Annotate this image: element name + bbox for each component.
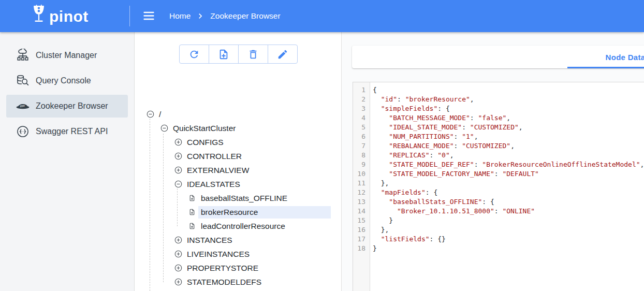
line-number: 13	[353, 197, 370, 207]
tree-node-label: baseballStats_OFFLINE	[198, 192, 331, 205]
pinot-wine-glass-icon	[31, 5, 47, 28]
code-line: "mapFields": {	[373, 188, 644, 197]
tree-node-propertystore[interactable]: PROPERTYSTORE	[135, 261, 331, 275]
expand-circle-icon[interactable]	[174, 278, 182, 286]
add-node-button[interactable]	[209, 45, 239, 64]
tree-node-statemodeldefs[interactable]: STATEMODELDEFS	[135, 275, 331, 289]
file-icon	[188, 194, 196, 202]
expand-circle-icon[interactable]	[174, 166, 182, 174]
tree-node-label: leadControllerResource	[198, 220, 331, 232]
collapse-circle-icon[interactable]	[174, 180, 182, 188]
edit-node-button[interactable]	[268, 45, 298, 64]
tree-node-externalview[interactable]: EXTERNALVIEW	[135, 163, 331, 177]
zookeeper-icon: ZOO	[16, 101, 30, 111]
tree-node-label: QuickStartCluster	[170, 122, 331, 135]
line-number: 11	[353, 179, 370, 188]
code-line: "simpleFields": {	[373, 104, 644, 113]
sidebar-item-swagger-rest-api[interactable]: Swagger REST API	[6, 120, 128, 143]
code-line: "NUM_PARTITIONS": "1",	[373, 132, 644, 141]
add-file-icon	[218, 49, 229, 60]
breadcrumb: Home Zookeeper Browser	[169, 0, 281, 32]
line-number: 12	[353, 188, 370, 197]
code-line: "id": "brokerResource",	[373, 95, 644, 104]
sidebar-item-label: Zookeeper Browser	[36, 101, 108, 111]
line-number: 8	[353, 151, 370, 160]
tree-node-zookeeper[interactable]: zookeeper	[135, 289, 331, 291]
line-number: 2	[353, 95, 370, 104]
line-number: 10	[353, 169, 370, 179]
sidebar-item-label: Cluster Manager	[36, 51, 97, 60]
expand-circle-icon[interactable]	[174, 264, 182, 272]
menu-icon[interactable]	[142, 9, 156, 24]
tree-node-baseballstats-offline[interactable]: baseballStats_OFFLINE	[135, 191, 331, 205]
expand-circle-icon[interactable]	[174, 152, 182, 160]
tree-node-controller[interactable]: CONTROLLER	[135, 149, 331, 163]
pinot-logo-text: pinot	[49, 5, 89, 28]
code-line: "STATE_MODEL_FACTORY_NAME": "DEFAULT"	[373, 169, 644, 179]
line-number: 18	[353, 244, 370, 253]
tab-node-data[interactable]: Node Data	[567, 46, 644, 68]
tree-node-configs[interactable]: CONFIGS	[135, 135, 331, 149]
sidebar: Cluster ManagerQuery ConsoleZOOZookeeper…	[0, 32, 135, 291]
header-divider	[129, 6, 130, 26]
query-console-icon	[16, 74, 30, 88]
code-line: "BATCH_MESSAGE_MODE": "false",	[373, 113, 644, 123]
breadcrumb-home-link[interactable]: Home	[169, 11, 191, 21]
expand-circle-icon[interactable]	[174, 250, 182, 258]
code-line: {	[373, 85, 644, 95]
line-number: 1	[353, 85, 370, 95]
code-line: "Broker_10.1.10.51_8000": "ONLINE"	[373, 207, 644, 216]
zk-node-tree: /QuickStartClusterCONFIGSCONTROLLEREXTER…	[135, 107, 341, 291]
delete-node-button[interactable]	[238, 45, 268, 64]
app-header: pinot Home Zookeeper Browser	[0, 0, 644, 32]
expand-circle-icon[interactable]	[174, 236, 182, 244]
tree-node--[interactable]: /	[135, 107, 331, 121]
code-line: "listFields": {}	[373, 235, 644, 244]
tree-node-label: CONTROLLER	[184, 150, 331, 163]
tree-node-quickstartcluster[interactable]: QuickStartCluster	[135, 121, 331, 135]
sidebar-item-cluster-manager[interactable]: Cluster Manager	[6, 44, 128, 67]
code-line: "STATE_MODEL_DEF_REF": "BrokerResourceOn…	[373, 160, 644, 169]
tree-node-label: EXTERNALVIEW	[184, 164, 331, 177]
tree-node-label: /	[156, 108, 331, 121]
code-line: },	[373, 179, 644, 188]
code-line: "IDEAL_STATE_MODE": "CUSTOMIZED",	[373, 123, 644, 132]
line-number: 5	[353, 123, 370, 132]
collapse-circle-icon[interactable]	[146, 110, 154, 118]
code-line: }	[373, 244, 644, 253]
json-editor[interactable]: 123456789101112131415161718 { "id": "bro…	[353, 82, 644, 291]
tree-node-brokerresource[interactable]: brokerResource	[135, 205, 331, 219]
expand-circle-icon[interactable]	[174, 138, 182, 146]
trash-icon	[247, 49, 259, 60]
code-line: },	[373, 225, 644, 235]
line-number: 9	[353, 160, 370, 169]
line-number: 15	[353, 216, 370, 225]
line-number: 6	[353, 132, 370, 141]
pencil-icon	[277, 49, 288, 60]
tree-node-label: LIVEINSTANCES	[184, 248, 331, 260]
tree-node-label: STATEMODELDEFS	[184, 276, 331, 288]
editor-code: { "id": "brokerResource", "simpleFields"…	[370, 82, 644, 291]
tree-node-idealstates[interactable]: IDEALSTATES	[135, 177, 331, 191]
chevron-right-icon	[195, 11, 206, 21]
collapse-circle-icon[interactable]	[160, 124, 168, 132]
active-tab-indicator	[567, 67, 644, 68]
sidebar-item-label: Swagger REST API	[36, 127, 108, 136]
refresh-node-button[interactable]	[179, 45, 209, 64]
code-line: "REBALANCE_MODE": "CUSTOMIZED",	[373, 141, 644, 151]
zookeeper-tree-panel: /QuickStartClusterCONFIGSCONTROLLEREXTER…	[135, 32, 342, 291]
tree-node-liveinstances[interactable]: LIVEINSTANCES	[135, 247, 331, 261]
cluster-manager-icon	[16, 49, 30, 62]
sidebar-item-zookeeper-browser[interactable]: ZOOZookeeper Browser	[6, 95, 128, 118]
sidebar-item-query-console[interactable]: Query Console	[6, 69, 128, 92]
line-number: 3	[353, 104, 370, 113]
tree-node-instances[interactable]: INSTANCES	[135, 233, 331, 247]
tree-node-label: INSTANCES	[184, 234, 331, 246]
line-number: 17	[353, 235, 370, 244]
node-data-panel: Node Data 123456789101112131415161718 { …	[342, 32, 644, 291]
pinot-logo[interactable]: pinot	[31, 5, 89, 28]
line-number: 16	[353, 225, 370, 235]
tree-node-leadcontrollerresource[interactable]: leadControllerResource	[135, 219, 331, 233]
refresh-icon	[188, 49, 200, 60]
line-number: 14	[353, 207, 370, 216]
